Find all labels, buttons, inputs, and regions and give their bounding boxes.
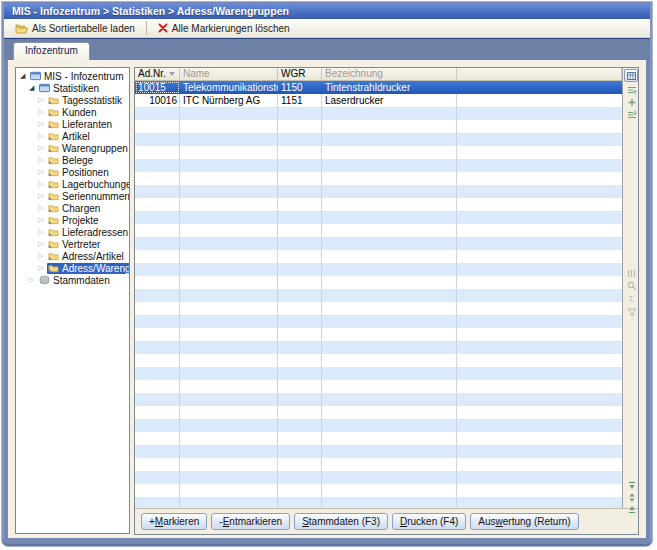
collapsed-arrow-icon[interactable] [38,226,47,238]
button-label-part: Aus [478,516,495,527]
tree-item-mis-infozentrum[interactable]: MIS - Infozentrum [16,70,129,82]
tree-item-lieferadressen[interactable]: Lieferadressen [16,226,129,238]
tree-item-label: Chargen [60,203,102,214]
expanded-arrow-icon[interactable] [20,70,29,82]
load-sort-table-button[interactable]: Als Sortiertabelle laden [10,20,140,36]
column-header-bezeichnung[interactable]: Bezeichnung [322,68,457,80]
collapsed-arrow-icon[interactable] [38,118,47,130]
folder-icon [48,203,60,213]
tree-item-label: Projekte [60,215,101,226]
content-area: MIS - Infozentrum Statistiken Tagesstati… [8,60,646,538]
mark-button[interactable]: + Markieren [141,513,207,530]
collapsed-arrow-icon[interactable] [38,154,47,166]
sum-icon[interactable]: Σ [626,294,637,304]
cell-bezeichnung[interactable]: Laserdrucker [322,94,457,107]
tree-item-belege[interactable]: Belege [16,154,129,166]
jump-last-icon[interactable] [626,504,637,514]
tree-item-kunden[interactable]: Kunden [16,106,129,118]
cell-wgr[interactable]: 1151 [278,94,322,107]
tree-item-artikel[interactable]: Artikel [16,130,129,142]
tree-item-label: MIS - Infozentrum [42,71,125,82]
tree-item-warengruppen[interactable]: Warengruppen [16,142,129,154]
filter-icon[interactable] [626,307,637,317]
cell-name[interactable]: Telekommunikationste [180,81,278,94]
search-icon[interactable] [626,281,637,291]
cell-adnr[interactable]: 10015 [135,81,180,94]
tree-item-label: Statistiken [51,83,101,94]
collapsed-arrow-icon[interactable] [38,262,47,274]
cell-adnr[interactable]: 10016 [135,94,180,107]
column-header-empty[interactable] [457,68,622,80]
tree-item-chargen[interactable]: Chargen [16,202,129,214]
collapsed-arrow-icon[interactable] [38,250,47,262]
collapsed-arrow-icon[interactable] [38,142,47,154]
column-header-wgr[interactable]: WGR [278,68,322,80]
column-separator [321,81,322,508]
column-header-name[interactable]: Name [180,68,278,80]
jump-first-icon[interactable] [626,480,637,490]
collapsed-arrow-icon[interactable] [38,214,47,226]
columns-icon[interactable] [626,268,637,278]
folder-icon [48,179,60,189]
jump-selected-icon[interactable] [626,492,637,502]
folder-icon [48,191,60,201]
folder-icon [48,227,60,237]
app-window-icon [39,83,51,93]
drucken-button[interactable]: Drucken (F4) [392,513,466,530]
tree-item-stammdaten[interactable]: Stammdaten [16,274,129,286]
tree-item-statistiken[interactable]: Statistiken [16,82,129,94]
collapsed-arrow-icon[interactable] [38,238,47,250]
tree-item-label: Artikel [60,131,92,142]
tree-item-label: Tagesstatistik [60,95,124,106]
group-collapse-icon[interactable] [626,85,637,95]
grid-settings-button[interactable] [624,69,638,82]
cell-name[interactable]: ITC Nürnberg AG [180,94,278,107]
unmark-button[interactable]: - Entmarkieren [211,513,290,530]
toolbar: Als Sortiertabelle laden Alle Markierung… [4,19,650,38]
collapsed-arrow-icon[interactable] [38,166,47,178]
clear-marks-label: Alle Markierungen löschen [172,23,290,34]
open-folder-icon [15,23,28,34]
tree-item-positionen[interactable]: Positionen [16,166,129,178]
cell-empty[interactable] [457,94,622,107]
tree-item-lagerbuchungen[interactable]: Lagerbuchungen [16,178,129,190]
button-label-part: tammdaten (F3) [309,516,380,527]
table-row[interactable]: 10016 ITC Nürnberg AG 1151 Laserdrucker [135,94,622,107]
group-add-icon[interactable] [626,97,637,107]
tree-item-lieferanten[interactable]: Lieferanten [16,118,129,130]
tree-item-label: Lieferanten [60,119,114,130]
button-label-part: arkieren [163,516,199,527]
tab-infozentrum[interactable]: Infozentrum [13,42,90,60]
tree-item-label: Positionen [60,167,111,178]
folder-icon [48,119,60,129]
collapsed-arrow-icon[interactable] [38,94,47,106]
button-label-part: w [496,516,503,527]
collapsed-arrow-icon[interactable] [38,202,47,214]
auswertung-button[interactable]: Auswertung (Return) [470,513,578,530]
cell-empty[interactable] [457,81,622,94]
grid-body[interactable]: 10015 Telekommunikationste 1150 Tintenst… [135,81,622,508]
folder-icon [48,107,60,117]
collapsed-arrow-icon[interactable] [38,106,47,118]
clear-marks-button[interactable]: Alle Markierungen löschen [153,20,295,36]
tree-item-vertreter[interactable]: Vertreter [16,238,129,250]
column-header-adnr[interactable]: Ad.Nr. [135,68,180,80]
tree-item-adress-warengruppen[interactable]: Adress/Warengruppen [16,262,129,274]
tree-item-tagesstatistik[interactable]: Tagesstatistik [16,94,129,106]
stammdaten-button[interactable]: Stammdaten (F3) [294,513,388,530]
table-row-selected[interactable]: 10015 Telekommunikationste 1150 Tintenst… [135,81,622,94]
cell-bezeichnung[interactable]: Tintenstrahldrucker [322,81,457,94]
expanded-arrow-icon[interactable] [29,82,38,94]
tree-item-seriennummern[interactable]: Seriennummern [16,190,129,202]
collapsed-arrow-icon[interactable] [38,130,47,142]
collapsed-arrow-icon[interactable] [38,190,47,202]
collapsed-arrow-icon[interactable] [29,274,38,286]
tree-item-projekte[interactable]: Projekte [16,214,129,226]
group-expand-icon[interactable] [626,109,637,119]
tree-item-label: Stammdaten [51,275,112,286]
folder-icon [48,155,60,165]
cell-wgr[interactable]: 1150 [278,81,322,94]
collapsed-arrow-icon[interactable] [38,178,47,190]
tree-item-adress-artikel[interactable]: Adress/Artikel [16,250,129,262]
tree-item-label: Adress/Warengruppen [60,263,130,274]
